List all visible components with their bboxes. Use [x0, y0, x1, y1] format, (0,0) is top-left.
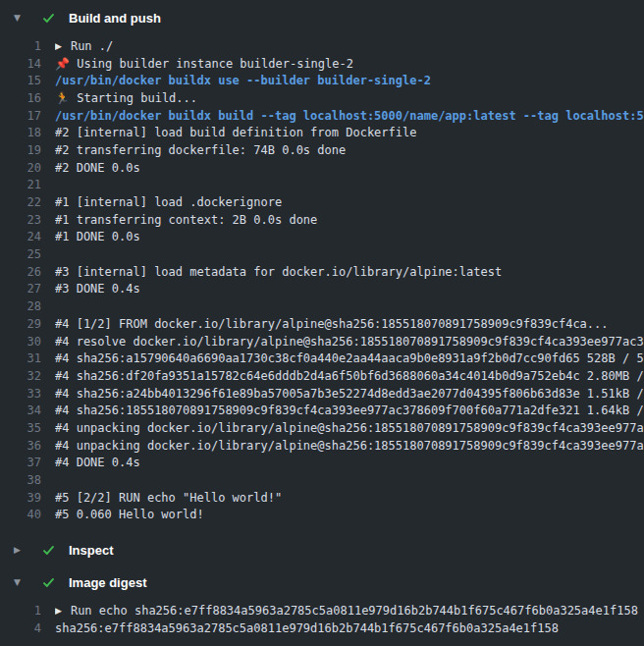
log-text: #4 resolve docker.io/library/alpine@sha2…: [55, 335, 644, 349]
log-line[interactable]: 1▶Run echo sha256:e7ff8834a5963a2785c5a0…: [0, 602, 644, 619]
line-number[interactable]: 1: [0, 39, 55, 53]
line-number[interactable]: 31: [0, 351, 55, 365]
log-line[interactable]: 23#1 transferring context: 2B 0.0s done: [0, 211, 644, 229]
line-number[interactable]: 32: [0, 369, 55, 383]
expand-triangle-icon[interactable]: ▶: [55, 606, 62, 616]
log-line[interactable]: 28: [0, 297, 644, 315]
log-text: ▶Run echo sha256:e7ff8834a5963a2785c5a08…: [55, 604, 638, 618]
line-number[interactable]: 14: [0, 57, 55, 71]
line-number[interactable]: 38: [0, 473, 55, 487]
log-line[interactable]: 14📌 Using builder instance builder-singl…: [0, 55, 644, 73]
line-number[interactable]: 18: [0, 126, 55, 139]
section-title: Build and push: [69, 11, 161, 26]
line-number[interactable]: 37: [0, 456, 55, 469]
line-number[interactable]: 39: [0, 491, 55, 505]
line-number[interactable]: 40: [0, 508, 55, 521]
log-line[interactable]: 15/usr/bin/docker buildx use --builder b…: [0, 72, 644, 89]
line-number[interactable]: 4: [0, 621, 55, 635]
log-line[interactable]: 29#4 [1/2] FROM docker.io/library/alpine…: [0, 315, 644, 333]
line-number[interactable]: 19: [0, 143, 55, 157]
log-line[interactable]: 20#2 DONE 0.0s: [0, 159, 644, 177]
log-line[interactable]: 38: [0, 471, 644, 489]
log-text-content: Run echo sha256:e7ff8834a5963a2785c5a081…: [71, 604, 638, 618]
log-line[interactable]: 40#5 0.060 Hello world!: [0, 507, 644, 524]
success-check-icon: [41, 11, 56, 26]
chevron-right-icon[interactable]: ▶: [14, 546, 25, 555]
line-number[interactable]: 17: [0, 109, 55, 123]
log-line[interactable]: 25: [0, 245, 644, 263]
line-number[interactable]: 21: [0, 178, 55, 191]
log-line[interactable]: 32#4 sha256:df20fa9351a15782c64e6dddb2d4…: [0, 367, 644, 385]
section-title: Image digest: [69, 575, 146, 590]
log-text: #1 [internal] load .dockerignore: [55, 195, 282, 209]
log-text: /usr/bin/docker buildx use --builder bui…: [55, 74, 431, 87]
section-title: Inspect: [69, 543, 114, 558]
log-text: ▶Run ./: [55, 39, 113, 53]
log-text: /usr/bin/docker buildx build --tag local…: [55, 109, 644, 123]
log-line[interactable]: 16🏃 Starting build...: [0, 89, 644, 107]
log-line[interactable]: 33#4 sha256:a24bb4013296f61e89ba57005a7b…: [0, 385, 644, 403]
log-line[interactable]: 26#3 [internal] load metadata for docker…: [0, 263, 644, 281]
log-line[interactable]: 36#4 unpacking docker.io/library/alpine@…: [0, 437, 644, 455]
log-line[interactable]: 37#4 DONE 0.4s: [0, 455, 644, 472]
log-text: #4 sha256:185518070891758909c9f839cf4ca3…: [55, 404, 644, 417]
line-number[interactable]: 36: [0, 439, 55, 453]
section-header-image-digest[interactable]: ▼Image digest: [0, 565, 644, 597]
log-text: 📌 Using builder instance builder-single-…: [55, 57, 353, 71]
log-line[interactable]: 31#4 sha256:a15790640a6690aa1730c38cf0a4…: [0, 350, 644, 367]
success-check-icon: [41, 575, 56, 590]
section-body-build-and-push: 1▶Run ./14📌 Using builder instance build…: [0, 32, 644, 532]
line-number[interactable]: 34: [0, 404, 55, 417]
line-number[interactable]: 26: [0, 265, 55, 279]
log-text: 🏃 Starting build...: [55, 91, 197, 105]
log-line[interactable]: 21: [0, 177, 644, 194]
chevron-down-icon[interactable]: ▼: [14, 14, 25, 23]
expand-triangle-icon[interactable]: ▶: [55, 41, 62, 51]
section-header-build-and-push[interactable]: ▼Build and push: [0, 0, 644, 32]
line-number[interactable]: 27: [0, 282, 55, 296]
line-number[interactable]: 20: [0, 161, 55, 175]
log-text: #4 sha256:a15790640a6690aa1730c38cf0a440…: [55, 351, 644, 365]
log-text: #4 DONE 0.4s: [55, 456, 140, 469]
log-text: #4 sha256:a24bb4013296f61e89ba57005a7b3e…: [55, 387, 644, 401]
log-line[interactable]: 34#4 sha256:185518070891758909c9f839cf4c…: [0, 402, 644, 419]
line-number[interactable]: 35: [0, 421, 55, 435]
line-number[interactable]: 33: [0, 387, 55, 401]
section-header-inspect[interactable]: ▶Inspect: [0, 532, 644, 565]
log-text: #1 DONE 0.0s: [55, 230, 140, 243]
line-number[interactable]: 28: [0, 299, 55, 313]
line-number[interactable]: 1: [0, 604, 55, 618]
log-section-image-digest: ▼Image digest1▶Run echo sha256:e7ff8834a…: [0, 565, 644, 645]
log-text: #4 sha256:df20fa9351a15782c64e6dddb2d4a6…: [55, 369, 644, 383]
log-text: #3 [internal] load metadata for docker.i…: [55, 265, 502, 279]
success-check-icon: [41, 543, 56, 558]
line-number[interactable]: 15: [0, 74, 55, 87]
log-text: #4 unpacking docker.io/library/alpine@sh…: [55, 421, 644, 435]
line-number[interactable]: 22: [0, 195, 55, 209]
log-line[interactable]: 24#1 DONE 0.0s: [0, 229, 644, 246]
log-line[interactable]: 35#4 unpacking docker.io/library/alpine@…: [0, 419, 644, 437]
log-line[interactable]: 30#4 resolve docker.io/library/alpine@sh…: [0, 333, 644, 350]
log-line[interactable]: 22#1 [internal] load .dockerignore: [0, 193, 644, 211]
line-number[interactable]: 24: [0, 230, 55, 243]
log-text-content: Run ./: [71, 39, 113, 53]
log-line[interactable]: 4sha256:e7ff8834a5963a2785c5a0811e979d16…: [0, 619, 644, 637]
log-line[interactable]: 1▶Run ./: [0, 37, 644, 55]
log-section-build-and-push: ▼Build and push1▶Run ./14📌 Using builder…: [0, 0, 644, 532]
log-line[interactable]: 27#3 DONE 0.4s: [0, 281, 644, 298]
log-line[interactable]: 39#5 [2/2] RUN echo "Hello world!": [0, 489, 644, 507]
line-number[interactable]: 25: [0, 247, 55, 261]
log-text: #5 0.060 Hello world!: [55, 508, 204, 521]
log-text: #1 transferring context: 2B 0.0s done: [55, 213, 317, 227]
log-line[interactable]: 17/usr/bin/docker buildx build --tag loc…: [0, 107, 644, 125]
line-number[interactable]: 29: [0, 317, 55, 331]
log-line[interactable]: 18#2 [internal] load build definition fr…: [0, 124, 644, 141]
log-text: #2 DONE 0.0s: [55, 161, 140, 175]
line-number[interactable]: 30: [0, 335, 55, 349]
log-section-inspect: ▶Inspect: [0, 532, 644, 565]
chevron-down-icon[interactable]: ▼: [14, 578, 25, 587]
line-number[interactable]: 23: [0, 213, 55, 227]
section-body-image-digest: 1▶Run echo sha256:e7ff8834a5963a2785c5a0…: [0, 597, 644, 645]
line-number[interactable]: 16: [0, 91, 55, 105]
log-line[interactable]: 19#2 transferring dockerfile: 74B 0.0s d…: [0, 141, 644, 159]
